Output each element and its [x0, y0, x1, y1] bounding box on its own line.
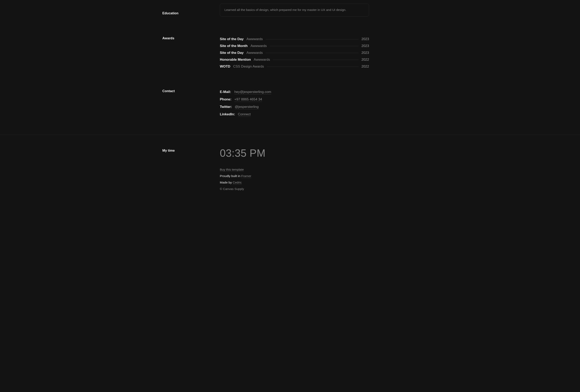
award-divider-line: [270, 46, 359, 46]
education-text: Learned all the basics of design, which …: [224, 7, 364, 12]
framer-link[interactable]: Framer: [241, 174, 251, 178]
mytime-label: My time: [162, 149, 216, 152]
award-org: Awwwards: [246, 51, 263, 55]
contact-row-linkedin: LinkedIn: Connect: [220, 111, 369, 119]
copyright-text: © Canvas Supply: [220, 187, 244, 191]
award-year: 2023: [361, 51, 369, 55]
contact-key: Twitter:: [220, 105, 232, 109]
contact-row-phone: Phone: +97 8865 4654 34: [220, 96, 369, 104]
award-title: WOTD: [220, 65, 230, 69]
award-year: 2023: [361, 37, 369, 41]
built-prefix: Proudly built in: [220, 174, 241, 178]
education-section: Education Learned all the basics of desi…: [162, 0, 418, 29]
award-row: Honorable Mention Awwwards 2022: [220, 56, 369, 63]
award-org: Awwwards: [254, 58, 270, 62]
contact-label: Contact: [162, 89, 216, 93]
award-row: Site of the Day Awwwards 2023: [220, 36, 369, 43]
buy-template-link[interactable]: Buy this template: [220, 168, 244, 172]
award-divider-line: [273, 60, 359, 60]
mytime-value: 03:35 PM: [220, 147, 369, 159]
contact-twitter-link[interactable]: @jespersterling: [235, 105, 259, 109]
contact-row-email: E-Mail: hey@jespersterling.com: [220, 89, 369, 96]
award-title: Site of the Day: [220, 51, 244, 55]
award-divider-line: [266, 53, 359, 53]
footer-section: Buy this template Proudly built in Frame…: [162, 166, 418, 202]
award-title: Site of the Month: [220, 44, 248, 48]
awards-label: Awards: [162, 36, 216, 40]
award-row: Site of the Day Awwwards 2023: [220, 50, 369, 56]
award-org: Awwwards: [251, 44, 267, 48]
award-title: Honorable Mention: [220, 58, 251, 62]
contact-phone-link[interactable]: +97 8865 4654 34: [234, 97, 262, 102]
education-card: Learned all the basics of design, which …: [220, 4, 369, 16]
contact-section: Contact E-Mail: hey@jespersterling.com P…: [162, 80, 418, 135]
award-divider-line: [266, 39, 359, 39]
award-year: 2023: [361, 44, 369, 48]
contact-key: E-Mail:: [220, 90, 232, 94]
award-org: Awwwards: [246, 37, 263, 41]
awards-section: Awards Site of the Day Awwwards 2023 Sit…: [162, 29, 418, 80]
award-year: 2022: [361, 58, 369, 62]
made-prefix: Made by: [220, 181, 233, 184]
award-title: Site of the Day: [220, 37, 244, 41]
award-row: Site of the Month Awwwards 2023: [220, 43, 369, 50]
award-row: WOTD CSS Design Awards 2022: [220, 63, 369, 70]
award-org: CSS Design Awards: [233, 65, 264, 69]
education-label: Education: [162, 11, 216, 15]
mytime-section: My time 03:35 PM: [162, 135, 418, 166]
contact-linkedin-link[interactable]: Connect: [238, 112, 251, 117]
contact-row-twitter: Twitter: @jespersterling: [220, 104, 369, 111]
contact-email-link[interactable]: hey@jespersterling.com: [234, 90, 271, 94]
contact-key: Phone:: [220, 97, 232, 101]
award-year: 2022: [361, 65, 369, 69]
contact-key: LinkedIn:: [220, 112, 235, 116]
cedric-link[interactable]: Cedric: [233, 181, 242, 184]
